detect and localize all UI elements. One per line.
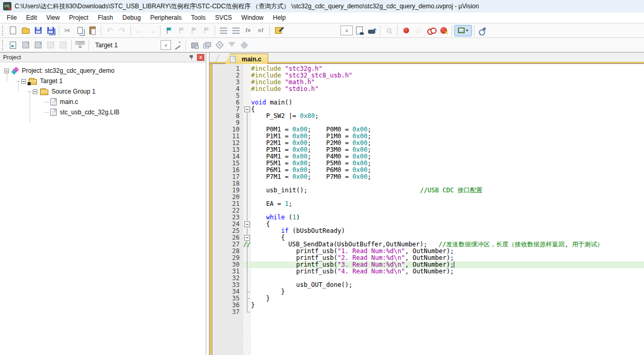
options-for-target-icon[interactable] bbox=[172, 40, 183, 51]
stop-build-icon[interactable] bbox=[57, 40, 69, 51]
menu-tools[interactable]: Tools bbox=[187, 13, 211, 22]
tree-item-source-group-1[interactable]: Source Group 1 bbox=[0, 86, 206, 97]
folder-target-icon bbox=[29, 79, 37, 85]
manage-runtime-environment-icon[interactable] bbox=[189, 40, 200, 51]
kill-all-breakpoints-icon[interactable] bbox=[438, 25, 449, 36]
tree-item-main-c[interactable]: main.c bbox=[0, 97, 206, 107]
tree-item-target-1[interactable]: Target 1 bbox=[0, 76, 206, 86]
fold-margin-cell bbox=[243, 241, 251, 248]
menu-svcs[interactable]: SVCS bbox=[211, 13, 237, 22]
code-line[interactable]: 31 printf_usb("4. Read Num:%d\n", OutNum… bbox=[209, 268, 644, 275]
code-line[interactable]: 35 } bbox=[209, 295, 644, 302]
redo-icon[interactable]: ↷ bbox=[116, 25, 128, 36]
menu-edit[interactable]: Edit bbox=[21, 13, 42, 22]
code-line[interactable]: 19 usb_init(); //USB CDC 接口配置 bbox=[209, 187, 644, 194]
copy-icon[interactable] bbox=[74, 25, 86, 36]
code-line[interactable]: 8 P_SW2 |= 0x80; bbox=[209, 113, 644, 120]
menu-debug[interactable]: Debug bbox=[118, 13, 146, 22]
batch-build-icon[interactable] bbox=[45, 40, 56, 51]
undo-icon[interactable]: ↶ bbox=[104, 25, 115, 36]
tree-connector bbox=[18, 81, 19, 91]
target-select-dropdown[interactable]: ∨ bbox=[161, 40, 171, 50]
pin-icon[interactable] bbox=[189, 54, 195, 60]
file-icon bbox=[230, 56, 236, 62]
code-line[interactable]: 17 P7M1 = 0x00; P7M0 = 0x00; bbox=[209, 174, 644, 180]
fold-margin-cell bbox=[243, 282, 251, 288]
clear-bookmarks-icon[interactable] bbox=[201, 25, 212, 36]
multiple-project-workspace-icon[interactable] bbox=[201, 40, 213, 51]
translate-file-icon[interactable] bbox=[7, 40, 19, 51]
fold-margin-cell bbox=[243, 295, 251, 302]
previous-bookmark-icon[interactable] bbox=[188, 25, 200, 36]
uvision-logo-icon bbox=[3, 2, 11, 10]
tree-expander[interactable] bbox=[21, 79, 26, 84]
fold-margin-cell bbox=[243, 194, 251, 201]
enable-disable-breakpoint-icon[interactable] bbox=[413, 25, 424, 36]
configure-uvision-icon[interactable] bbox=[477, 25, 489, 36]
new-file-icon[interactable] bbox=[7, 25, 19, 36]
fold-margin-cell bbox=[243, 261, 251, 268]
document-tab-bar: main.c bbox=[209, 52, 644, 64]
insert-bookmark-icon[interactable] bbox=[163, 25, 175, 36]
code-line-text: usb_OUT_done(); bbox=[251, 282, 644, 288]
navigate-back-icon[interactable]: ← bbox=[134, 25, 145, 36]
navigate-forward-icon[interactable]: → bbox=[146, 25, 157, 36]
code-line[interactable]: 21 EA = 1; bbox=[209, 201, 644, 207]
find-text-combobox[interactable]: ∨ bbox=[340, 25, 353, 35]
cut-icon[interactable]: ✂ bbox=[62, 25, 73, 36]
menu-peripherals[interactable]: Peripherals bbox=[146, 13, 187, 22]
menu-view[interactable]: View bbox=[42, 13, 64, 22]
select-software-packs-icon[interactable] bbox=[214, 40, 225, 51]
tree-item-project-stc32g-cdc-query-demo[interactable]: Project: stc32g_cdc_query_demo bbox=[0, 65, 206, 76]
save-all-icon[interactable] bbox=[45, 25, 56, 36]
tree-connector bbox=[45, 102, 49, 102]
fold-margin-cell bbox=[243, 275, 251, 282]
configure-find-icon[interactable] bbox=[272, 25, 284, 36]
code-line[interactable]: 6void main() bbox=[209, 99, 644, 106]
fold-collapse-icon[interactable] bbox=[243, 106, 251, 113]
manage-books-icon[interactable] bbox=[239, 40, 250, 51]
unindent-icon[interactable] bbox=[230, 25, 242, 36]
menu-help[interactable]: Help bbox=[268, 13, 291, 22]
close-panel-button[interactable]: x bbox=[197, 54, 204, 61]
code-editor[interactable]: 1#include "stc32g.h"2#include "stc32_stc… bbox=[209, 64, 644, 355]
code-line[interactable]: 36} bbox=[209, 302, 644, 309]
tab-main-c[interactable]: main.c bbox=[225, 54, 268, 64]
code-line[interactable]: 37 bbox=[209, 309, 644, 315]
target-select-combobox[interactable]: Target 1 bbox=[91, 40, 161, 50]
fold-collapse-icon[interactable] bbox=[243, 234, 251, 241]
code-text[interactable]: 1#include "stc32g.h"2#include "stc32_stc… bbox=[209, 64, 644, 355]
find-in-files-icon[interactable] bbox=[353, 25, 365, 36]
debug-windows-button[interactable]: ▾ bbox=[454, 25, 472, 36]
fold-margin-cell bbox=[243, 228, 251, 234]
build-icon[interactable] bbox=[20, 40, 31, 51]
menu-window[interactable]: Window bbox=[236, 13, 268, 22]
code-line[interactable]: 34 } bbox=[209, 288, 644, 295]
fold-collapse-icon[interactable] bbox=[243, 221, 251, 228]
pack-installer-icon[interactable] bbox=[226, 40, 238, 51]
tree-expander[interactable] bbox=[33, 89, 37, 94]
tree-connector bbox=[30, 91, 30, 123]
disable-all-breakpoints-icon[interactable] bbox=[425, 25, 437, 36]
rebuild-icon[interactable] bbox=[32, 40, 44, 51]
incremental-find-icon[interactable] bbox=[366, 25, 377, 36]
code-line[interactable]: 23 while (1) bbox=[209, 214, 644, 221]
code-line[interactable]: 4#include "stdio.h" bbox=[209, 86, 644, 93]
menu-file[interactable]: File bbox=[2, 13, 21, 22]
comment-selection-icon[interactable]: /≡ bbox=[243, 25, 254, 36]
tree-item-stc-usb-cdc-32g-lib[interactable]: stc_usb_cdc_32g.LIB bbox=[0, 107, 206, 117]
toolbar-separator bbox=[130, 25, 131, 36]
toolbar-grip[interactable] bbox=[2, 40, 5, 50]
paste-icon[interactable] bbox=[87, 25, 98, 36]
menu-flash[interactable]: Flash bbox=[93, 13, 117, 22]
toolbar-grip[interactable] bbox=[2, 25, 5, 36]
next-bookmark-icon[interactable] bbox=[176, 25, 187, 36]
download-icon[interactable]: LOAD⇊ bbox=[74, 40, 86, 51]
open-file-icon[interactable] bbox=[20, 25, 31, 36]
menu-project[interactable]: Project bbox=[64, 13, 93, 22]
uncomment-selection-icon[interactable]: ≡/ bbox=[255, 25, 267, 36]
indent-icon[interactable] bbox=[218, 25, 229, 36]
insert-breakpoint-icon[interactable] bbox=[400, 25, 412, 36]
save-icon[interactable] bbox=[32, 25, 44, 36]
find-icon[interactable] bbox=[383, 25, 395, 36]
